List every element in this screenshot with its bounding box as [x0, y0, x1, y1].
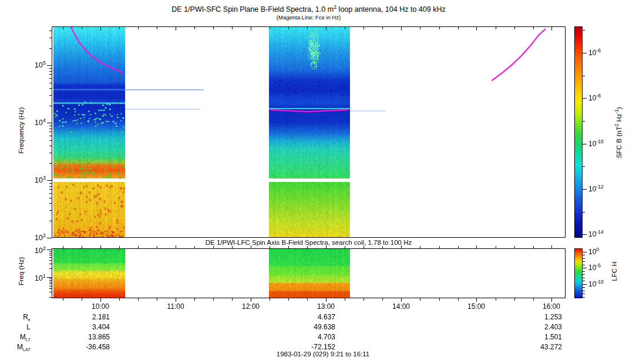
ephemeris-row-label: Re — [2, 313, 31, 322]
ephemeris-value: 43.272 — [509, 343, 562, 351]
ephemeris-value: 13.865 — [57, 333, 110, 341]
ephemeris-value: 1.253 — [509, 313, 562, 321]
ephemeris-row-label: MLAT — [2, 343, 31, 352]
ephemeris-value: 2.403 — [509, 323, 562, 331]
ephemeris-value: 2.181 — [57, 313, 110, 321]
ephemeris-value: 4.703 — [282, 333, 335, 341]
ephemeris-value: 49.638 — [282, 323, 335, 331]
ephemeris-value: 3.404 — [57, 323, 110, 331]
ephemeris-row-label: L — [2, 323, 31, 331]
ephemeris-value: 4.637 — [282, 313, 335, 321]
date-range-footer: 1983-01-29 (029) 9:21 to 16:11 — [235, 350, 411, 358]
ephemeris-row-label: MLT — [2, 333, 31, 342]
figure: DE 1/PWI-SFC Spin Plane B-Field Spectra,… — [0, 0, 636, 364]
ephemeris-value: -72.152 — [282, 343, 335, 351]
ephemeris-layer: Re2.1814.6371.253L3.40449.6382.403MLT13.… — [0, 0, 636, 364]
ephemeris-value: -36.458 — [57, 343, 110, 351]
ephemeris-value: 1.501 — [509, 333, 562, 341]
